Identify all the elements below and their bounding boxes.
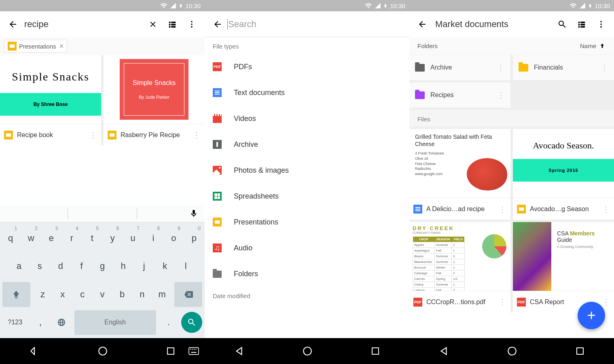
key-m[interactable]: m [152,289,172,300]
nav-recent-icon[interactable] [371,346,380,356]
key-g[interactable]: g [92,252,112,281]
svg-point-15 [600,26,602,28]
key-c[interactable]: c [72,289,92,300]
card-title: Rasberry Pie Recipe [121,131,188,139]
key-d[interactable]: d [51,252,71,281]
key-n[interactable]: n [132,289,152,300]
svg-point-2 [191,26,193,28]
key-w[interactable]: w2 [21,224,40,252]
folder-menu-icon[interactable]: ⋮ [600,63,608,72]
filetype-label: PDFs [234,63,252,71]
period-key[interactable]: . [159,309,179,337]
key-y[interactable]: y6 [103,224,122,252]
nav-back-icon[interactable] [234,346,244,356]
filetype-docs[interactable]: Text documents [205,80,409,106]
key-s[interactable]: s [30,252,50,281]
key-t[interactable]: t5 [83,224,102,252]
back-icon[interactable] [413,15,432,34]
result-card[interactable]: Simple Snacks By Shree Bose Recipe book … [0,55,101,146]
filetype-folders[interactable]: Folders [205,261,409,287]
card-menu-icon[interactable]: ⋮ [193,130,201,140]
filetype-photos[interactable]: Photos & images [205,157,409,183]
key-l[interactable]: l [176,252,196,281]
mic-icon[interactable] [189,209,198,218]
search-icon[interactable] [553,15,572,34]
nav-home-icon[interactable] [97,346,108,356]
shift-key[interactable] [2,282,30,307]
key-b[interactable]: b [112,289,132,300]
filetype-slides[interactable]: Presentations [205,209,409,235]
key-a[interactable]: a [9,252,29,281]
nav-recent-icon[interactable] [575,346,585,356]
slides-icon [517,205,526,214]
clear-icon[interactable] [143,15,163,34]
file-card[interactable]: Grilled Tomato Salad with Feta Cheese 4 … [409,129,510,220]
globe-key[interactable] [51,309,72,337]
key-k[interactable]: k [155,252,175,281]
filter-chip-presentations[interactable]: Presentations × [4,40,67,53]
key-r[interactable]: r4 [62,224,81,252]
overflow-icon[interactable] [591,15,611,34]
nav-back-icon[interactable] [29,346,40,356]
filetype-sheets[interactable]: Spreadsheets [205,183,409,209]
card-thumbnail: Simple Snacks By Shree Bose [0,55,101,124]
fab-add[interactable]: + [578,302,605,329]
file-menu-icon[interactable]: ⋮ [602,204,610,214]
space-key[interactable]: English [74,310,156,335]
nav-home-icon[interactable] [302,346,313,356]
filter-chip-bar: Presentations × [0,37,205,55]
sort-toggle[interactable]: Name [580,42,606,50]
file-card[interactable]: CSA Members Guide A Growing Community PD… [513,222,614,313]
file-menu-icon[interactable]: ⋮ [498,204,506,214]
key-v[interactable]: v [92,289,112,300]
nav-home-icon[interactable] [507,346,517,356]
key-p[interactable]: p0 [184,224,204,252]
filetype-pdfs[interactable]: PDFPDFs [205,54,409,80]
chip-label: Presentations [19,43,56,50]
file-title: CCCropR…tions.pdf [426,298,494,306]
filetype-audio[interactable]: ♫Audio [205,235,409,261]
symbols-key[interactable]: ?123 [1,309,30,337]
nav-recent-icon[interactable] [166,346,176,356]
file-card[interactable]: Avocado Season. Spring 2016 Avocado…g Se… [513,129,614,220]
view-toggle-icon[interactable] [572,15,591,34]
back-icon[interactable] [208,15,227,34]
file-card[interactable]: DRY CREEK COMMUNITY FARMS CROPSEASONYIEL… [409,222,510,313]
key-q[interactable]: q1 [1,224,20,252]
key-z[interactable]: z [33,289,53,300]
folder-recipes[interactable]: Recipes ⋮ [409,83,510,108]
nav-back-icon[interactable] [438,346,449,356]
result-card[interactable]: Simple Snacks By Jude Parker Rasberry Pi… [104,55,205,146]
nav-keyboard-icon[interactable] [188,347,199,355]
key-j[interactable]: j [134,252,154,281]
key-i[interactable]: i8 [144,224,163,252]
svg-rect-17 [577,348,583,354]
comma-key[interactable]: , [30,309,51,337]
key-f[interactable]: f [72,252,92,281]
folder-menu-icon[interactable]: ⋮ [497,90,505,100]
back-icon[interactable] [3,15,23,34]
view-toggle-icon[interactable] [163,15,182,34]
search-input[interactable] [23,19,143,30]
key-u[interactable]: u7 [123,224,142,252]
search-input[interactable] [227,19,406,30]
key-h[interactable]: h [113,252,133,281]
backspace-key[interactable] [174,282,202,307]
clock: 10:30 [185,2,201,9]
search-key[interactable] [181,312,202,333]
card-menu-icon[interactable]: ⋮ [89,130,97,140]
overflow-icon[interactable] [182,15,201,34]
key-x[interactable]: x [53,289,72,300]
folder-archive[interactable]: Archive ⋮ [409,55,510,80]
thumb-subtitle: By Shree Bose [0,93,101,116]
filetype-archive[interactable]: Archive [205,131,409,157]
chip-remove-icon[interactable]: × [59,42,64,51]
file-menu-icon[interactable]: ⋮ [498,297,506,307]
key-e[interactable]: e3 [42,224,61,252]
key-o[interactable]: o9 [164,224,183,252]
file-menu-icon[interactable]: ⋮ [602,297,610,307]
folder-menu-icon[interactable]: ⋮ [497,63,505,72]
folder-financials[interactable]: Financials ⋮ [513,55,614,80]
folder-icon [415,64,425,72]
filetype-videos[interactable]: Videos [205,106,409,131]
